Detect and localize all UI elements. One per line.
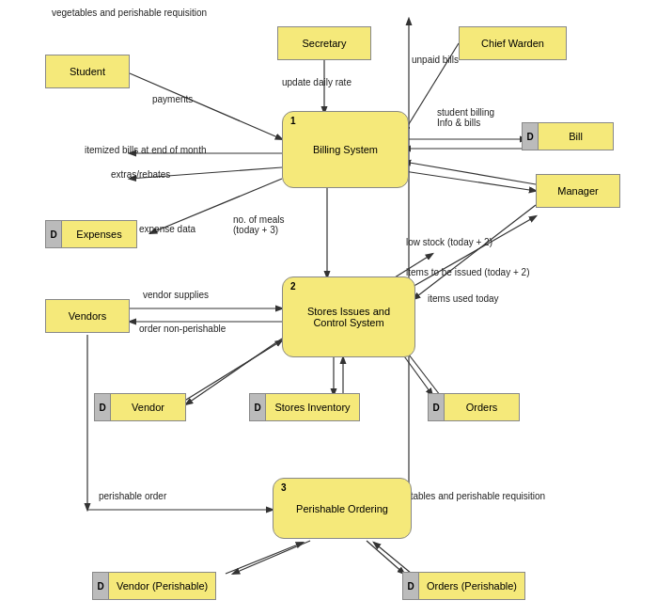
datastore-bill: D Bill (522, 122, 614, 150)
datastore-expenses: D Expenses (45, 220, 137, 248)
label-expense: expense data (139, 224, 195, 234)
process-stores: 2 Stores Issues and Control System (282, 276, 415, 357)
entity-manager: Manager (536, 174, 620, 208)
entity-secretary: Secretary (277, 26, 371, 60)
label-veg-req-top: vegetables and perishable requisition (52, 8, 207, 18)
svg-line-0 (130, 73, 282, 139)
process-perishable: 3 Perishable Ordering (273, 478, 412, 539)
label-low-stock: low stock (today + 2) (406, 237, 492, 247)
label-items-issued: items to be issued (today + 2) (406, 267, 529, 277)
label-order-nonper: order non-perishable (139, 324, 226, 334)
datastore-stores-inventory: D Stores Inventory (249, 393, 360, 421)
label-update: update daily rate (282, 77, 352, 87)
entity-student: Student (45, 55, 130, 88)
label-vendor-supplies: vendor supplies (143, 290, 209, 300)
svg-line-13 (414, 205, 536, 299)
svg-line-25 (233, 541, 310, 574)
svg-line-12 (404, 216, 536, 292)
svg-line-28 (374, 543, 412, 574)
label-no-meals: no. of meals (today + 3) (233, 214, 284, 235)
datastore-orders: D Orders (428, 393, 520, 421)
process-billing: 1 Billing System (282, 111, 409, 188)
label-student-billing: student billing Info & bills (437, 107, 494, 128)
datastore-vendor: D Vendor (94, 393, 186, 421)
datastore-orders-perishable: D Orders (Perishable) (402, 572, 525, 600)
label-payments: payments (152, 94, 193, 104)
label-veg-req-bottom: vegetables and perishable requisition (390, 491, 545, 501)
label-items-used: items used today (428, 293, 499, 304)
label-itemized: itemized bills at end of month (85, 145, 207, 155)
svg-line-27 (367, 541, 404, 574)
label-extras: extras/rebates (111, 169, 170, 180)
datastore-vendor-perishable: D Vendor (Perishable) (92, 572, 216, 600)
entity-chief-warden: Chief Warden (459, 26, 567, 60)
svg-line-26 (226, 543, 303, 574)
svg-line-7 (404, 162, 536, 184)
label-perishable-order: perishable order (99, 491, 166, 501)
entity-vendors: Vendors (45, 299, 130, 333)
diagram: vegetables and perishable requisition pa… (0, 0, 672, 616)
label-unpaid: unpaid bills (412, 55, 459, 65)
svg-line-8 (404, 171, 536, 191)
